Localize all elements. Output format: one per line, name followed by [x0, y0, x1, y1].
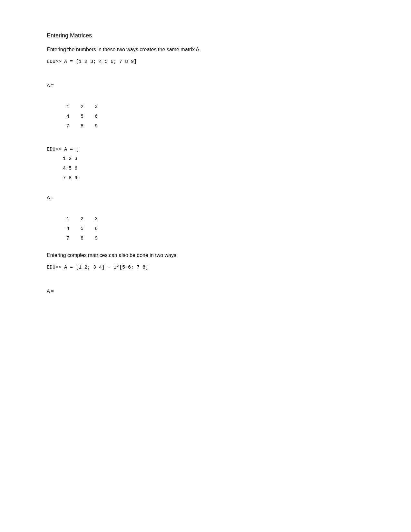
result-label-3: A = [47, 288, 364, 294]
matrix-cell: 9 [91, 122, 98, 131]
complex-description: Entering complex matrices can also be do… [47, 252, 364, 258]
code-multiline-rows: 1 2 3 4 5 6 7 8 9] [63, 154, 364, 183]
matrix-row: 4 5 6 [63, 112, 364, 122]
matrix-1: 1 2 3 4 5 6 7 8 9 [63, 102, 364, 131]
result-label-2: A = [47, 195, 364, 200]
matrix-row: 1 2 3 [63, 102, 364, 112]
page-title: Entering Matrices [47, 32, 364, 39]
matrix-cell: 2 [77, 214, 83, 224]
code-line-3: EDU>> A = [1 2; 3 4] + i*[5 6; 7 8] [47, 265, 364, 270]
matrix-row: 7 8 9 [63, 234, 364, 243]
matrix-row: 1 2 3 [63, 214, 364, 224]
matrix-cell: 3 [91, 214, 98, 224]
matrix-cell: 7 [63, 234, 69, 243]
matrix-2: 1 2 3 4 5 6 7 8 9 [63, 214, 364, 243]
matrix-cell: 4 [63, 224, 69, 234]
matrix-cell: 9 [91, 234, 98, 243]
matrix-cell: 8 [77, 234, 83, 243]
result-label-1: A = [47, 83, 364, 88]
matrix-cell: 5 [77, 112, 83, 122]
matrix-row: 4 5 6 [63, 224, 364, 234]
page-container: Entering Matrices Entering the numbers i… [47, 32, 364, 294]
matrix-cell: 5 [77, 224, 83, 234]
matrix-cell: 6 [91, 112, 98, 122]
matrix-cell: 2 [77, 102, 83, 112]
matrix-cell: 1 [63, 214, 69, 224]
matrix-cell: 1 [63, 102, 69, 112]
matrix-cell: 4 [63, 112, 69, 122]
matrix-cell: 8 [77, 122, 83, 131]
description-text: Entering the numbers in these two ways c… [47, 47, 364, 53]
matrix-cell: 6 [91, 224, 98, 234]
code-line-1: EDU>> A = [1 2 3; 4 5 6; 7 8 9] [47, 59, 364, 64]
matrix-cell: 7 [63, 122, 69, 131]
matrix-row: 7 8 9 [63, 122, 364, 131]
matrix-cell: 3 [91, 102, 98, 112]
code-line-2: EDU>> A = [ [47, 147, 364, 152]
